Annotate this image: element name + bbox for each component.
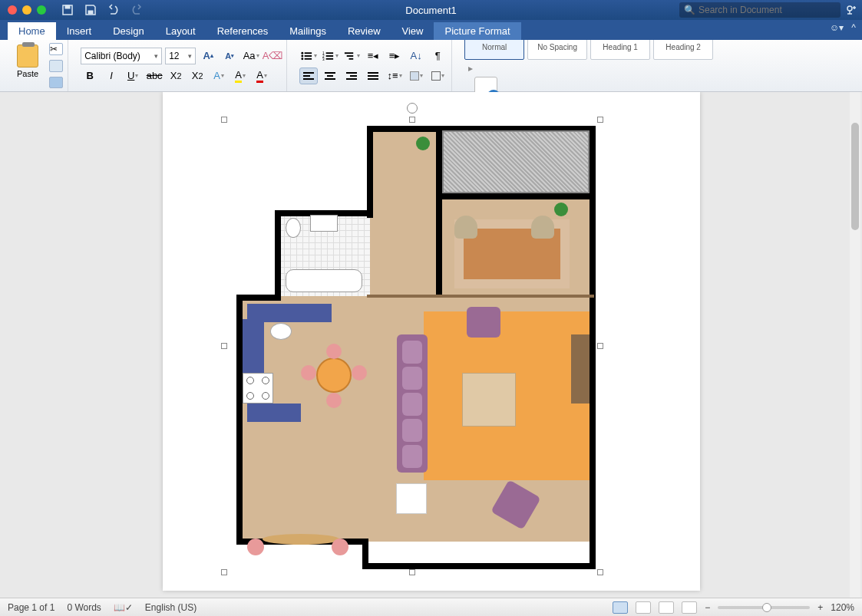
align-right-button[interactable]	[342, 68, 361, 84]
highlight-color-button[interactable]: A▾	[231, 68, 249, 84]
maximize-window-button[interactable]	[37, 5, 46, 15]
strikethrough-button[interactable]: abc	[145, 68, 163, 84]
svg-point-6	[302, 54, 304, 57]
svg-point-3	[847, 6, 852, 11]
zoom-knob[interactable]	[762, 603, 771, 612]
tab-design[interactable]: Design	[102, 22, 154, 40]
justify-button[interactable]	[364, 68, 382, 84]
multilevel-list-button[interactable]: ▾	[342, 48, 361, 64]
vertical-scrollbar[interactable]	[850, 92, 860, 598]
show-marks-button[interactable]: ¶	[428, 48, 447, 64]
language-indicator[interactable]: English (US)	[145, 602, 197, 613]
font-name-combo[interactable]: Calibri (Body)▾	[81, 48, 162, 64]
tab-picture-format[interactable]: Picture Format	[434, 22, 520, 40]
bullets-button[interactable]: ▾	[299, 48, 318, 64]
shading-button[interactable]: ▾	[407, 68, 425, 84]
ribbon-tabs: Home Insert Design Layout References Mai…	[0, 20, 862, 40]
increase-indent-button[interactable]: ≡▸	[385, 48, 404, 64]
clear-formatting-button[interactable]: A⌫	[263, 48, 282, 64]
svg-rect-25	[346, 72, 357, 74]
svg-rect-11	[326, 52, 333, 54]
line-spacing-button[interactable]: ↕≡▾	[385, 68, 404, 84]
tab-review[interactable]: Review	[337, 22, 391, 40]
font-color-button[interactable]: A▾	[253, 68, 271, 84]
paste-button[interactable]: Paste	[11, 43, 45, 88]
statusbar: Page 1 of 1 0 Words 📖✓ English (US) − + …	[0, 598, 862, 616]
numbering-button[interactable]: 123▾	[321, 48, 339, 64]
styles-group: AaBbCcDdEeNormalAaBbCcDdEeNo SpacingAaBb…	[460, 40, 718, 91]
italic-button[interactable]: I	[102, 68, 121, 84]
copy-icon[interactable]	[49, 60, 63, 72]
word-count[interactable]: 0 Words	[67, 602, 101, 613]
zoom-in-button[interactable]: +	[817, 602, 823, 613]
floor-plan-image	[224, 120, 600, 572]
view-outline-button[interactable]	[659, 601, 674, 614]
borders-button[interactable]: ▾	[428, 68, 447, 84]
view-draft-button[interactable]	[682, 601, 697, 614]
sort-button[interactable]: A↓	[407, 48, 425, 64]
image-selection[interactable]	[224, 120, 600, 572]
tab-mailings[interactable]: Mailings	[279, 22, 337, 40]
grow-font-button[interactable]: A▴	[199, 48, 217, 64]
zoom-level[interactable]: 120%	[831, 602, 854, 613]
ribbon: Paste ✂ Calibri (Body)▾ 12▾ A▴ A▾ Aa▾ A⌫…	[0, 40, 862, 92]
svg-rect-27	[346, 78, 357, 80]
search-input[interactable]	[699, 5, 836, 15]
save-icon[interactable]	[84, 4, 97, 16]
font-size-value: 12	[169, 51, 179, 61]
tab-references[interactable]: References	[206, 22, 279, 40]
feedback-icon[interactable]: ☺▾	[830, 22, 844, 33]
view-print-layout-button[interactable]	[613, 601, 628, 614]
svg-rect-15	[326, 58, 333, 59]
undo-icon[interactable]	[107, 4, 120, 16]
close-window-button[interactable]	[8, 5, 17, 15]
superscript-button[interactable]: X2	[188, 68, 206, 84]
cut-icon[interactable]: ✂	[49, 43, 63, 55]
titlebar: Document1 🔍	[0, 0, 862, 20]
svg-rect-19	[303, 72, 314, 74]
zoom-out-button[interactable]: −	[705, 602, 710, 613]
svg-rect-7	[305, 55, 312, 57]
align-center-button[interactable]	[321, 68, 339, 84]
scrollbar-thumb[interactable]	[851, 123, 859, 230]
font-group: Calibri (Body)▾ 12▾ A▴ A▾ Aa▾ A⌫ B I U▾ …	[76, 40, 287, 91]
font-name-value: Calibri (Body)	[84, 51, 140, 61]
tab-insert[interactable]: Insert	[56, 22, 103, 40]
spellcheck-icon[interactable]: 📖✓	[114, 602, 133, 613]
svg-rect-28	[368, 72, 378, 74]
change-case-button[interactable]: Aa▾	[242, 48, 260, 64]
tab-view[interactable]: View	[391, 22, 434, 40]
collapse-ribbon-icon[interactable]: ^	[851, 22, 856, 33]
minimize-window-button[interactable]	[22, 5, 31, 15]
format-painter-icon[interactable]	[49, 77, 63, 89]
view-web-layout-button[interactable]	[636, 601, 651, 614]
svg-rect-30	[368, 78, 378, 80]
tab-layout[interactable]: Layout	[155, 22, 206, 40]
zoom-slider[interactable]	[718, 606, 810, 609]
svg-rect-16	[345, 52, 353, 54]
document-area[interactable]	[0, 92, 862, 598]
align-left-button[interactable]	[299, 68, 318, 84]
svg-rect-13	[326, 55, 333, 57]
page-indicator[interactable]: Page 1 of 1	[8, 602, 54, 613]
paste-label: Paste	[17, 69, 38, 78]
font-size-combo[interactable]: 12▾	[165, 48, 196, 64]
share-button[interactable]	[841, 3, 862, 17]
rotate-handle[interactable]	[407, 103, 418, 114]
svg-rect-22	[325, 72, 335, 74]
subscript-button[interactable]: X2	[167, 68, 185, 84]
decrease-indent-button[interactable]: ≡◂	[364, 48, 382, 64]
search-box[interactable]: 🔍	[679, 2, 841, 18]
svg-rect-1	[65, 5, 70, 8]
autosave-icon[interactable]	[61, 4, 74, 16]
tab-home[interactable]: Home	[8, 22, 56, 40]
underline-button[interactable]: U▾	[124, 68, 142, 84]
bold-button[interactable]: B	[81, 68, 99, 84]
svg-rect-9	[305, 58, 312, 59]
text-effects-button[interactable]: A▾	[210, 68, 228, 84]
shrink-font-button[interactable]: A▾	[220, 48, 239, 64]
redo-icon[interactable]	[130, 4, 143, 16]
svg-rect-17	[347, 55, 354, 57]
search-icon: 🔍	[684, 5, 695, 15]
styles-more-button[interactable]: ▸	[464, 63, 477, 74]
